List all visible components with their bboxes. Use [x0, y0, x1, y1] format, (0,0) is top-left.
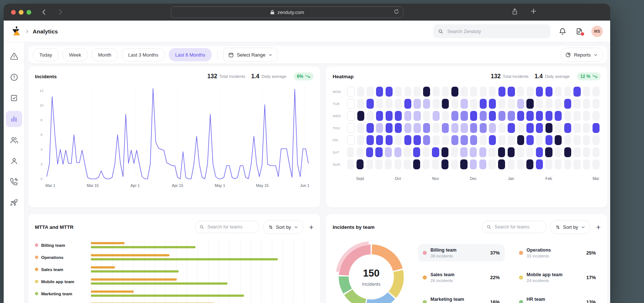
sidebar-item-incidents[interactable]	[6, 69, 22, 85]
mtta-mttr-chart: Billing team Operations Sales team Mobil…	[35, 239, 314, 303]
svg-text:Mar 15: Mar 15	[87, 183, 99, 188]
heatmap-cell	[583, 99, 590, 109]
sidebar-item-tasks[interactable]	[6, 90, 22, 106]
share-icon[interactable]	[512, 8, 518, 15]
new-tab-icon[interactable]	[530, 8, 537, 15]
legend-item-mobile-app-team[interactable]: Mobile app team 24 incidents 17%	[514, 269, 601, 286]
heatmap-cell	[583, 159, 590, 169]
check-square-icon	[10, 94, 18, 102]
heatmap-cell	[423, 99, 430, 109]
filter-chip-today[interactable]: Today	[33, 48, 59, 61]
heatmap-cell	[376, 87, 383, 97]
heatmap-cell	[357, 159, 364, 169]
notifications-button[interactable]	[558, 26, 567, 36]
teams-search[interactable]	[195, 221, 260, 233]
back-icon[interactable]	[41, 9, 47, 15]
user-avatar[interactable]: MS	[591, 26, 603, 37]
heatmap-cell	[386, 111, 393, 121]
add-team-button[interactable]: +	[596, 223, 601, 231]
filter-chip-month[interactable]: Month	[92, 48, 118, 61]
heatmap-cell	[489, 99, 496, 109]
heatmap-cell	[357, 135, 364, 145]
sidebar-item-integrations[interactable]	[6, 195, 22, 211]
reports-button[interactable]: Reports	[560, 48, 603, 62]
trending-down-icon	[305, 74, 310, 79]
sidebar-item-on-call[interactable]	[6, 174, 22, 190]
heatmap-cell	[489, 135, 496, 145]
month-label: Nov	[432, 176, 439, 181]
month-label: Jan	[508, 176, 514, 181]
legend-item-billing-team[interactable]: Billing team 38 incidents 37%	[418, 244, 505, 261]
mtta-bar	[91, 242, 125, 244]
global-search[interactable]	[433, 24, 550, 38]
minimize-window-button[interactable]	[19, 10, 24, 15]
heatmap-cell	[564, 147, 571, 157]
day-label: SAT	[333, 150, 346, 154]
day-label: SUN	[333, 162, 346, 166]
add-team-button[interactable]: +	[309, 223, 314, 231]
incidents-line-chart: 121086420Mar 1Mar 15Apr 1Apr 15May 1May …	[35, 83, 314, 193]
heatmap-cell	[479, 159, 486, 169]
heatmap-cell	[498, 159, 505, 169]
url-text: zenduty.com	[278, 10, 304, 15]
mtta-bar	[91, 254, 169, 256]
teams-search-input[interactable]	[494, 224, 541, 230]
heatmap-cell	[508, 87, 515, 97]
sort-by-button[interactable]: Sort by	[550, 220, 590, 234]
teams-search-input[interactable]	[207, 224, 254, 230]
heatmap-cell	[347, 135, 355, 145]
forward-icon[interactable]	[57, 9, 64, 15]
traffic-lights[interactable]	[11, 10, 31, 15]
select-range-button[interactable]: Select Range	[223, 48, 278, 62]
notification-badge	[580, 32, 584, 36]
sidebar-item-alerts[interactable]	[6, 48, 22, 64]
sidebar-item-teams[interactable]	[6, 132, 22, 148]
filter-chip-last-6-months[interactable]: Last 6 Months	[169, 48, 212, 61]
heatmap-cell	[347, 111, 355, 121]
sidebar-item-profile[interactable]	[6, 153, 22, 169]
team-color-dot	[35, 256, 38, 259]
heatmap-cell	[536, 87, 543, 97]
heatmap-cell	[573, 147, 580, 157]
zoom-window-button[interactable]	[26, 10, 31, 15]
teams-search[interactable]	[482, 221, 547, 233]
heatmap-cell	[470, 87, 477, 97]
team-incident-count: 33 incidents	[527, 254, 551, 258]
incidents-by-team-panel: Incidents by team Sort by +	[326, 214, 607, 303]
search-icon	[438, 29, 443, 34]
heatmap-cell	[564, 123, 571, 133]
heatmap-cell	[573, 123, 580, 133]
sort-by-button[interactable]: Sort by	[263, 220, 303, 234]
close-window-button[interactable]	[11, 10, 16, 15]
team-name: Operations	[527, 248, 551, 253]
address-bar[interactable]: zenduty.com	[171, 6, 403, 18]
pie-chart-icon	[565, 52, 571, 58]
daily-average-value: 1.4	[534, 73, 543, 80]
heatmap-cell	[433, 87, 440, 97]
team-percentage: 25%	[586, 250, 596, 256]
browser-chrome: zenduty.com	[4, 4, 610, 21]
team-percentage: 16%	[490, 299, 500, 303]
legend-item-marketing-team[interactable]: Marketing team 20 incidents 16%	[418, 293, 505, 303]
mtta-row-marketing-team: Marketing team	[35, 288, 314, 300]
svg-text:6: 6	[40, 133, 42, 137]
legend-item-operations[interactable]: Operations 33 incidents 25%	[514, 244, 601, 261]
heatmap-cell	[498, 99, 505, 109]
heatmap-cell	[583, 87, 590, 97]
zenduty-logo[interactable]	[11, 26, 22, 37]
heatmap-cell	[461, 123, 468, 133]
incidents-donut-chart: 150Incidents	[333, 238, 410, 303]
legend-item-hr-team[interactable]: HR team 15 incidents 13%	[514, 293, 601, 303]
reload-icon[interactable]	[394, 8, 399, 15]
sidebar-item-analytics[interactable]	[6, 111, 22, 127]
heatmap-cell	[526, 147, 533, 157]
heatmap-cell	[404, 111, 411, 121]
chevron-down-icon	[581, 225, 585, 229]
filter-chip-week[interactable]: Week	[62, 48, 88, 61]
legend-item-sales-team[interactable]: Sales team 26 incidents 22%	[418, 269, 505, 286]
sidebar	[4, 42, 25, 303]
heatmap-cell	[404, 135, 411, 145]
filter-chip-last-3-months[interactable]: Last 3 Months	[122, 48, 165, 61]
changelog-button[interactable]	[575, 26, 584, 36]
global-search-input[interactable]	[447, 28, 545, 35]
